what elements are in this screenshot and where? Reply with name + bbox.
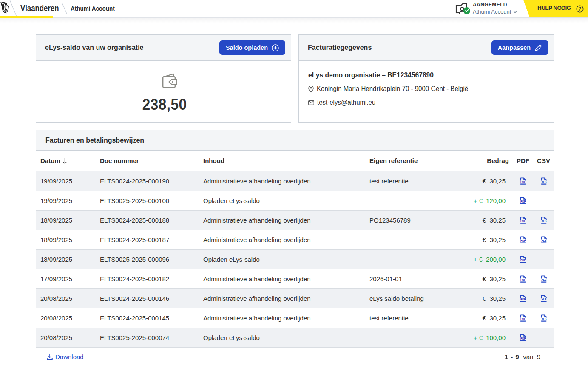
svg-text:XLS: XLS <box>541 220 547 223</box>
svg-text:PDF: PDF <box>520 200 526 203</box>
svg-text:XLS: XLS <box>541 298 547 301</box>
svg-text:XLS: XLS <box>541 239 547 242</box>
svg-text:PDF: PDF <box>520 298 526 301</box>
svg-text:PDF: PDF <box>520 259 526 262</box>
svg-text:PDF: PDF <box>520 337 526 340</box>
svg-text:XLS: XLS <box>541 317 547 320</box>
svg-text:XLS: XLS <box>541 278 547 281</box>
svg-text:PDF: PDF <box>520 180 526 183</box>
svg-text:PDF: PDF <box>520 317 526 320</box>
svg-text:PDF: PDF <box>520 278 526 281</box>
svg-text:PDF: PDF <box>520 239 526 242</box>
svg-text:XLS: XLS <box>541 180 547 183</box>
svg-text:PDF: PDF <box>520 220 526 223</box>
